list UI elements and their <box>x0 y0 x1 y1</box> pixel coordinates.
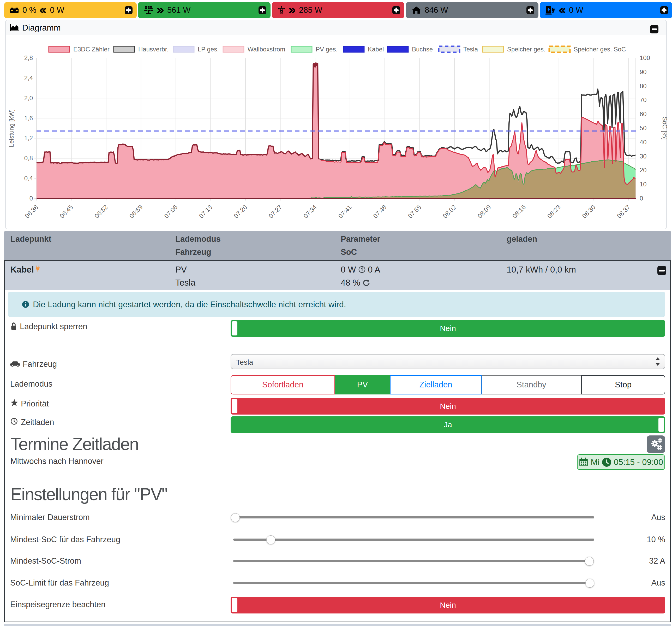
svg-text:08:37: 08:37 <box>616 203 631 219</box>
svg-text:07:55: 07:55 <box>406 203 423 219</box>
svg-text:Buchse: Buchse <box>412 46 433 53</box>
svg-text:07:27: 07:27 <box>267 203 283 219</box>
svg-text:08:23: 08:23 <box>546 203 562 219</box>
svg-text:1,2: 1,2 <box>24 135 33 141</box>
svg-text:0: 0 <box>640 195 643 202</box>
svg-text:10: 10 <box>640 181 647 188</box>
svg-text:Speicher ges.: Speicher ges. <box>507 46 546 53</box>
svg-text:100: 100 <box>640 54 650 61</box>
svg-text:SoC [%]: SoC [%] <box>661 117 668 140</box>
svg-text:07:48: 07:48 <box>372 203 388 219</box>
svg-text:Speicher ges. SoC: Speicher ges. SoC <box>574 46 626 53</box>
svg-text:06:52: 06:52 <box>93 203 109 219</box>
svg-text:Leistung [kW]: Leistung [kW] <box>8 109 15 147</box>
svg-text:2,4: 2,4 <box>24 74 33 82</box>
svg-text:80: 80 <box>640 83 647 90</box>
svg-text:Kabel: Kabel <box>368 46 384 53</box>
svg-text:20: 20 <box>640 166 647 173</box>
svg-text:08:30: 08:30 <box>581 203 597 219</box>
svg-text:07:13: 07:13 <box>197 203 214 219</box>
svg-text:0: 0 <box>29 195 33 202</box>
svg-text:2,0: 2,0 <box>24 94 33 101</box>
svg-text:07:20: 07:20 <box>233 203 248 219</box>
svg-text:2,8: 2,8 <box>24 54 33 61</box>
svg-text:07:34: 07:34 <box>302 203 318 219</box>
svg-text:Tesla: Tesla <box>463 46 478 53</box>
svg-text:Wallboxstrom: Wallboxstrom <box>247 46 285 53</box>
svg-text:1,6: 1,6 <box>24 115 33 122</box>
svg-text:0,8: 0,8 <box>24 155 33 162</box>
svg-text:PV ges.: PV ges. <box>316 46 338 53</box>
svg-text:08:02: 08:02 <box>441 203 458 219</box>
svg-text:E3DC Zähler: E3DC Zähler <box>73 46 110 53</box>
svg-text:07:06: 07:06 <box>163 203 179 219</box>
svg-text:Hausverbr.: Hausverbr. <box>138 46 169 53</box>
svg-text:07:41: 07:41 <box>337 203 353 219</box>
svg-text:0,4: 0,4 <box>24 175 33 182</box>
svg-text:60: 60 <box>640 111 647 117</box>
svg-text:LP ges.: LP ges. <box>198 46 219 53</box>
svg-text:08:16: 08:16 <box>511 203 527 219</box>
svg-text:90: 90 <box>640 68 647 75</box>
svg-text:70: 70 <box>640 96 647 103</box>
svg-text:06:59: 06:59 <box>128 203 144 219</box>
svg-text:08:09: 08:09 <box>476 203 492 219</box>
svg-text:06:45: 06:45 <box>58 203 74 219</box>
svg-text:30: 30 <box>640 153 647 160</box>
svg-text:06:38: 06:38 <box>23 203 40 219</box>
svg-text:50: 50 <box>640 124 647 132</box>
svg-text:40: 40 <box>640 139 647 146</box>
